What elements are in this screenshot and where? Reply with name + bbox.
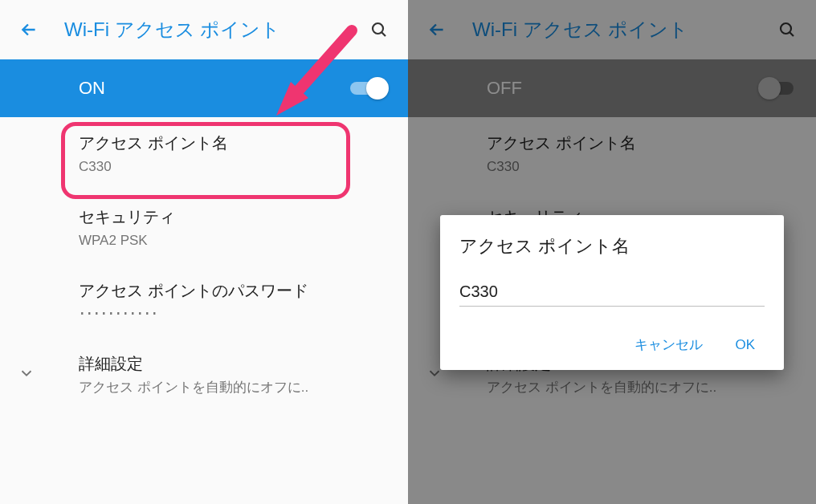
setting-title: セキュリティ <box>79 205 389 228</box>
hotspot-toggle-row[interactable]: ON <box>0 59 408 117</box>
screen-left: Wi-Fi アクセス ポイント ON アクセス ポイント名 C330 セキュリテ… <box>0 0 408 504</box>
search-icon[interactable] <box>366 17 392 43</box>
dialog-actions: キャンセル OK <box>459 329 765 360</box>
cancel-button[interactable]: キャンセル <box>631 329 706 360</box>
setting-value: アクセス ポイントを自動的にオフに.. <box>79 378 389 397</box>
setting-access-point-name[interactable]: アクセス ポイント名 C330 <box>0 117 408 191</box>
screen-right: Wi-Fi アクセス ポイント OFF アクセス ポイント名 C330 セキュリ… <box>408 0 816 504</box>
setting-password[interactable]: アクセス ポイントのパスワード ･･･････････ <box>0 265 408 339</box>
access-point-name-dialog: アクセス ポイント名 キャンセル OK <box>440 215 784 370</box>
ok-button[interactable]: OK <box>732 329 758 360</box>
setting-value: WPA2 PSK <box>79 231 389 250</box>
access-point-name-input[interactable] <box>459 278 765 307</box>
svg-point-0 <box>373 23 383 34</box>
setting-advanced[interactable]: 詳細設定 アクセス ポイントを自動的にオフに.. <box>0 338 408 412</box>
header-title: Wi-Fi アクセス ポイント <box>64 17 366 43</box>
header: Wi-Fi アクセス ポイント <box>0 0 408 59</box>
setting-title: アクセス ポイントのパスワード <box>79 279 389 302</box>
chevron-down-icon <box>18 364 35 385</box>
setting-value: ･･･････････ <box>79 305 389 324</box>
setting-title: アクセス ポイント名 <box>79 132 389 154</box>
setting-title: 詳細設定 <box>79 352 389 375</box>
toggle-switch[interactable] <box>350 77 389 100</box>
back-arrow-icon[interactable] <box>16 17 42 43</box>
setting-security[interactable]: セキュリティ WPA2 PSK <box>0 191 408 265</box>
dialog-title: アクセス ポイント名 <box>459 234 765 258</box>
toggle-label: ON <box>79 78 350 99</box>
setting-value: C330 <box>79 157 389 177</box>
